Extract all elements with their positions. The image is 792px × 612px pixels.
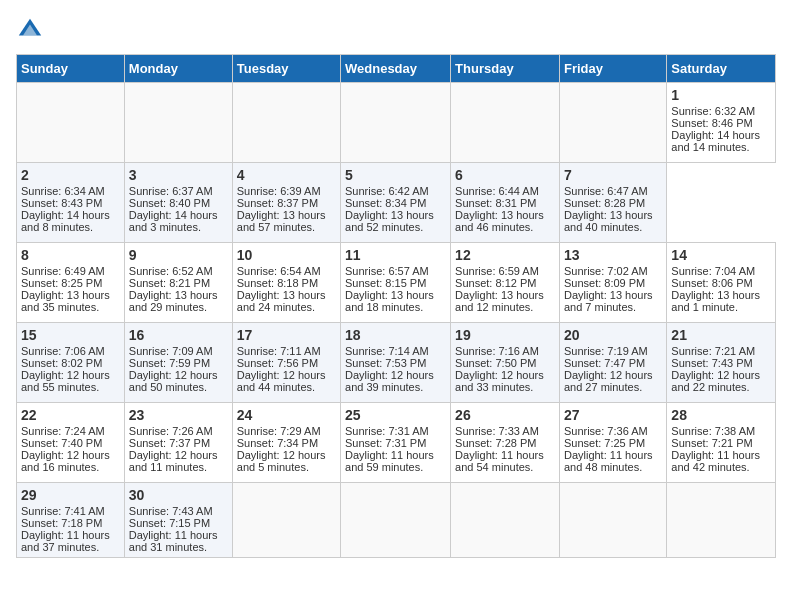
- day-info-line: Sunset: 8:31 PM: [455, 197, 555, 209]
- day-info-line: Sunrise: 7:04 AM: [671, 265, 771, 277]
- day-info-line: and 33 minutes.: [455, 381, 555, 393]
- day-number: 24: [237, 407, 336, 423]
- day-info-line: and 29 minutes.: [129, 301, 228, 313]
- day-info-line: Sunrise: 7:26 AM: [129, 425, 228, 437]
- day-info-line: Daylight: 13 hours: [564, 209, 662, 221]
- calendar-cell: [232, 483, 340, 558]
- day-info-line: and 50 minutes.: [129, 381, 228, 393]
- day-info-line: Sunset: 8:40 PM: [129, 197, 228, 209]
- day-number: 27: [564, 407, 662, 423]
- calendar-cell: 3Sunrise: 6:37 AMSunset: 8:40 PMDaylight…: [124, 163, 232, 243]
- day-info-line: Sunset: 7:25 PM: [564, 437, 662, 449]
- day-info-line: Sunrise: 6:52 AM: [129, 265, 228, 277]
- day-info-line: Sunset: 8:18 PM: [237, 277, 336, 289]
- day-info-line: Sunset: 8:21 PM: [129, 277, 228, 289]
- calendar-cell: 7Sunrise: 6:47 AMSunset: 8:28 PMDaylight…: [559, 163, 666, 243]
- day-info-line: Sunrise: 7:43 AM: [129, 505, 228, 517]
- calendar-cell: 15Sunrise: 7:06 AMSunset: 8:02 PMDayligh…: [17, 323, 125, 403]
- day-info-line: and 46 minutes.: [455, 221, 555, 233]
- day-info-line: and 5 minutes.: [237, 461, 336, 473]
- day-info-line: and 59 minutes.: [345, 461, 446, 473]
- day-number: 21: [671, 327, 771, 343]
- calendar-cell: 14Sunrise: 7:04 AMSunset: 8:06 PMDayligh…: [667, 243, 776, 323]
- day-info-line: and 1 minute.: [671, 301, 771, 313]
- day-info-line: Sunset: 7:59 PM: [129, 357, 228, 369]
- day-number: 29: [21, 487, 120, 503]
- day-info-line: Sunrise: 7:06 AM: [21, 345, 120, 357]
- day-number: 16: [129, 327, 228, 343]
- calendar-cell: 24Sunrise: 7:29 AMSunset: 7:34 PMDayligh…: [232, 403, 340, 483]
- weekday-header-friday: Friday: [559, 55, 666, 83]
- day-info-line: Daylight: 13 hours: [455, 209, 555, 221]
- page-header: [16, 16, 776, 44]
- day-number: 4: [237, 167, 336, 183]
- weekday-header-row: SundayMondayTuesdayWednesdayThursdayFrid…: [17, 55, 776, 83]
- calendar-cell: 1Sunrise: 6:32 AMSunset: 8:46 PMDaylight…: [667, 83, 776, 163]
- day-info-line: Sunrise: 7:19 AM: [564, 345, 662, 357]
- day-info-line: Sunset: 8:15 PM: [345, 277, 446, 289]
- calendar-cell: [559, 483, 666, 558]
- day-info-line: Sunset: 7:40 PM: [21, 437, 120, 449]
- day-info-line: Sunrise: 7:02 AM: [564, 265, 662, 277]
- calendar-cell: 17Sunrise: 7:11 AMSunset: 7:56 PMDayligh…: [232, 323, 340, 403]
- day-number: 18: [345, 327, 446, 343]
- calendar-cell: 20Sunrise: 7:19 AMSunset: 7:47 PMDayligh…: [559, 323, 666, 403]
- day-info-line: and 37 minutes.: [21, 541, 120, 553]
- calendar-cell: 28Sunrise: 7:38 AMSunset: 7:21 PMDayligh…: [667, 403, 776, 483]
- calendar-cell: [232, 83, 340, 163]
- day-info-line: and 14 minutes.: [671, 141, 771, 153]
- calendar-cell: [17, 83, 125, 163]
- day-number: 3: [129, 167, 228, 183]
- day-info-line: Sunrise: 6:59 AM: [455, 265, 555, 277]
- day-info-line: and 3 minutes.: [129, 221, 228, 233]
- day-info-line: Sunset: 8:25 PM: [21, 277, 120, 289]
- day-info-line: Daylight: 13 hours: [21, 289, 120, 301]
- day-number: 13: [564, 247, 662, 263]
- day-info-line: Daylight: 12 hours: [21, 449, 120, 461]
- day-info-line: and 52 minutes.: [345, 221, 446, 233]
- calendar-cell: 29Sunrise: 7:41 AMSunset: 7:18 PMDayligh…: [17, 483, 125, 558]
- day-info-line: Sunset: 8:46 PM: [671, 117, 771, 129]
- day-number: 28: [671, 407, 771, 423]
- day-info-line: Sunset: 7:43 PM: [671, 357, 771, 369]
- day-number: 23: [129, 407, 228, 423]
- day-info-line: Sunrise: 7:11 AM: [237, 345, 336, 357]
- day-info-line: and 35 minutes.: [21, 301, 120, 313]
- day-number: 6: [455, 167, 555, 183]
- day-number: 9: [129, 247, 228, 263]
- day-number: 20: [564, 327, 662, 343]
- day-info-line: Daylight: 12 hours: [671, 369, 771, 381]
- day-info-line: and 22 minutes.: [671, 381, 771, 393]
- day-info-line: Daylight: 14 hours: [129, 209, 228, 221]
- day-number: 2: [21, 167, 120, 183]
- day-info-line: Sunrise: 7:14 AM: [345, 345, 446, 357]
- calendar-cell: 6Sunrise: 6:44 AMSunset: 8:31 PMDaylight…: [451, 163, 560, 243]
- calendar-cell: 8Sunrise: 6:49 AMSunset: 8:25 PMDaylight…: [17, 243, 125, 323]
- day-info-line: Sunset: 7:53 PM: [345, 357, 446, 369]
- day-info-line: Sunset: 7:31 PM: [345, 437, 446, 449]
- day-info-line: Daylight: 13 hours: [671, 289, 771, 301]
- day-info-line: and 24 minutes.: [237, 301, 336, 313]
- weekday-header-saturday: Saturday: [667, 55, 776, 83]
- day-info-line: Sunset: 8:12 PM: [455, 277, 555, 289]
- day-info-line: Sunset: 8:43 PM: [21, 197, 120, 209]
- day-info-line: Sunrise: 7:24 AM: [21, 425, 120, 437]
- day-info-line: and 7 minutes.: [564, 301, 662, 313]
- day-info-line: Daylight: 11 hours: [129, 529, 228, 541]
- day-number: 30: [129, 487, 228, 503]
- day-info-line: Sunset: 7:50 PM: [455, 357, 555, 369]
- day-info-line: Daylight: 12 hours: [237, 369, 336, 381]
- day-info-line: Sunrise: 7:41 AM: [21, 505, 120, 517]
- calendar-week-row: 8Sunrise: 6:49 AMSunset: 8:25 PMDaylight…: [17, 243, 776, 323]
- calendar-cell: 16Sunrise: 7:09 AMSunset: 7:59 PMDayligh…: [124, 323, 232, 403]
- day-info-line: Daylight: 12 hours: [345, 369, 446, 381]
- day-info-line: and 44 minutes.: [237, 381, 336, 393]
- day-info-line: Daylight: 14 hours: [671, 129, 771, 141]
- calendar-cell: [559, 83, 666, 163]
- day-info-line: Daylight: 12 hours: [237, 449, 336, 461]
- day-info-line: Sunset: 8:34 PM: [345, 197, 446, 209]
- day-info-line: Daylight: 13 hours: [345, 209, 446, 221]
- day-info-line: Daylight: 12 hours: [564, 369, 662, 381]
- weekday-header-sunday: Sunday: [17, 55, 125, 83]
- logo: [16, 16, 48, 44]
